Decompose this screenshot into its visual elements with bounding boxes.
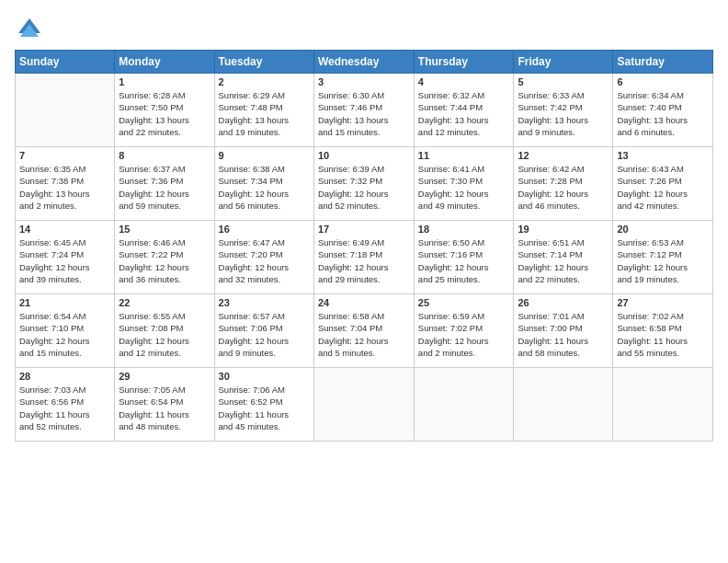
calendar-cell: 11Sunrise: 6:41 AMSunset: 7:30 PMDayligh…: [414, 147, 514, 221]
header-saturday: Saturday: [613, 51, 713, 74]
page: SundayMondayTuesdayWednesdayThursdayFrid…: [0, 0, 728, 563]
calendar-cell: 1Sunrise: 6:28 AMSunset: 7:50 PMDaylight…: [115, 74, 214, 147]
calendar-cell: 14Sunrise: 6:45 AMSunset: 7:24 PMDayligh…: [16, 221, 115, 294]
cell-text: Sunrise: 6:30 AMSunset: 7:46 PMDaylight:…: [318, 89, 410, 138]
cell-text: Sunrise: 7:03 AMSunset: 6:56 PMDaylight:…: [19, 384, 110, 432]
calendar-cell: 21Sunrise: 6:54 AMSunset: 7:10 PMDayligh…: [16, 294, 115, 368]
day-number: 1: [119, 76, 210, 87]
day-number: 25: [418, 297, 510, 308]
cell-text: Sunrise: 6:43 AMSunset: 7:26 PMDaylight:…: [617, 163, 709, 212]
calendar-cell: 15Sunrise: 6:46 AMSunset: 7:22 PMDayligh…: [115, 221, 214, 294]
week-row-3: 21Sunrise: 6:54 AMSunset: 7:10 PMDayligh…: [16, 294, 713, 368]
calendar-cell: [16, 74, 115, 147]
header-tuesday: Tuesday: [214, 51, 313, 74]
cell-text: Sunrise: 6:47 AMSunset: 7:20 PMDaylight:…: [219, 236, 310, 285]
calendar-cell: 7Sunrise: 6:35 AMSunset: 7:38 PMDaylight…: [16, 147, 115, 221]
cell-text: Sunrise: 6:53 AMSunset: 7:12 PMDaylight:…: [617, 236, 709, 285]
cell-text: Sunrise: 6:32 AMSunset: 7:44 PMDaylight:…: [418, 89, 510, 138]
cell-text: Sunrise: 6:55 AMSunset: 7:08 PMDaylight:…: [119, 310, 210, 359]
cell-text: Sunrise: 6:29 AMSunset: 7:48 PMDaylight:…: [219, 89, 310, 138]
calendar-cell: [613, 368, 713, 442]
calendar-cell: 28Sunrise: 7:03 AMSunset: 6:56 PMDayligh…: [16, 368, 115, 442]
cell-text: Sunrise: 6:51 AMSunset: 7:14 PMDaylight:…: [518, 236, 609, 285]
cell-text: Sunrise: 6:45 AMSunset: 7:24 PMDaylight:…: [19, 236, 110, 285]
day-number: 29: [119, 371, 210, 382]
header-friday: Friday: [514, 51, 613, 74]
week-row-1: 7Sunrise: 6:35 AMSunset: 7:38 PMDaylight…: [16, 147, 713, 221]
calendar-cell: 30Sunrise: 7:06 AMSunset: 6:52 PMDayligh…: [214, 368, 313, 442]
calendar-cell: 29Sunrise: 7:05 AMSunset: 6:54 PMDayligh…: [115, 368, 214, 442]
cell-text: Sunrise: 6:57 AMSunset: 7:06 PMDaylight:…: [219, 310, 310, 359]
calendar-cell: 25Sunrise: 6:59 AMSunset: 7:02 PMDayligh…: [414, 294, 514, 368]
day-number: 11: [418, 150, 510, 161]
week-row-4: 28Sunrise: 7:03 AMSunset: 6:56 PMDayligh…: [16, 368, 713, 442]
cell-text: Sunrise: 6:54 AMSunset: 7:10 PMDaylight:…: [19, 310, 110, 359]
calendar-cell: 8Sunrise: 6:37 AMSunset: 7:36 PMDaylight…: [115, 147, 214, 221]
day-number: 18: [418, 224, 510, 235]
calendar-cell: 13Sunrise: 6:43 AMSunset: 7:26 PMDayligh…: [613, 147, 713, 221]
cell-text: Sunrise: 6:28 AMSunset: 7:50 PMDaylight:…: [119, 89, 210, 138]
day-number: 23: [219, 297, 310, 308]
day-number: 8: [119, 150, 210, 161]
day-number: 17: [318, 224, 410, 235]
day-number: 7: [19, 150, 110, 161]
cell-text: Sunrise: 6:46 AMSunset: 7:22 PMDaylight:…: [119, 236, 210, 285]
day-number: 15: [119, 224, 210, 235]
calendar-cell: 20Sunrise: 6:53 AMSunset: 7:12 PMDayligh…: [613, 221, 713, 294]
calendar-header-row: SundayMondayTuesdayWednesdayThursdayFrid…: [16, 51, 713, 74]
cell-text: Sunrise: 7:01 AMSunset: 7:00 PMDaylight:…: [518, 310, 609, 359]
calendar-cell: 4Sunrise: 6:32 AMSunset: 7:44 PMDaylight…: [414, 74, 514, 147]
calendar-cell: 16Sunrise: 6:47 AMSunset: 7:20 PMDayligh…: [214, 221, 313, 294]
calendar-cell: 3Sunrise: 6:30 AMSunset: 7:46 PMDaylight…: [313, 74, 414, 147]
day-number: 4: [418, 76, 510, 87]
header: [15, 11, 713, 44]
cell-text: Sunrise: 6:34 AMSunset: 7:40 PMDaylight:…: [617, 89, 709, 138]
day-number: 14: [19, 224, 110, 235]
day-number: 16: [219, 224, 310, 235]
day-number: 24: [318, 297, 410, 308]
day-number: 12: [518, 150, 609, 161]
calendar-cell: [514, 368, 613, 442]
logo: [15, 15, 48, 44]
cell-text: Sunrise: 6:58 AMSunset: 7:04 PMDaylight:…: [318, 310, 410, 359]
calendar-cell: 5Sunrise: 6:33 AMSunset: 7:42 PMDaylight…: [514, 74, 613, 147]
day-number: 2: [219, 76, 310, 87]
cell-text: Sunrise: 6:33 AMSunset: 7:42 PMDaylight:…: [518, 89, 609, 138]
day-number: 27: [617, 297, 709, 308]
calendar-cell: 26Sunrise: 7:01 AMSunset: 7:00 PMDayligh…: [514, 294, 613, 368]
cell-text: Sunrise: 6:41 AMSunset: 7:30 PMDaylight:…: [418, 163, 510, 212]
cell-text: Sunrise: 6:50 AMSunset: 7:16 PMDaylight:…: [418, 236, 510, 285]
day-number: 5: [518, 76, 609, 87]
day-number: 10: [318, 150, 410, 161]
day-number: 22: [119, 297, 210, 308]
cell-text: Sunrise: 6:42 AMSunset: 7:28 PMDaylight:…: [518, 163, 609, 212]
cell-text: Sunrise: 6:49 AMSunset: 7:18 PMDaylight:…: [318, 236, 410, 285]
logo-icon: [15, 15, 44, 44]
calendar-cell: [414, 368, 514, 442]
calendar-cell: 24Sunrise: 6:58 AMSunset: 7:04 PMDayligh…: [313, 294, 414, 368]
cell-text: Sunrise: 6:39 AMSunset: 7:32 PMDaylight:…: [318, 163, 410, 212]
cell-text: Sunrise: 6:59 AMSunset: 7:02 PMDaylight:…: [418, 310, 510, 359]
calendar-cell: [313, 368, 414, 442]
calendar-cell: 18Sunrise: 6:50 AMSunset: 7:16 PMDayligh…: [414, 221, 514, 294]
calendar-cell: 19Sunrise: 6:51 AMSunset: 7:14 PMDayligh…: [514, 221, 613, 294]
cell-text: Sunrise: 6:35 AMSunset: 7:38 PMDaylight:…: [19, 163, 110, 212]
calendar-cell: 17Sunrise: 6:49 AMSunset: 7:18 PMDayligh…: [313, 221, 414, 294]
day-number: 6: [617, 76, 709, 87]
calendar-cell: 12Sunrise: 6:42 AMSunset: 7:28 PMDayligh…: [514, 147, 613, 221]
calendar-cell: 27Sunrise: 7:02 AMSunset: 6:58 PMDayligh…: [613, 294, 713, 368]
cell-text: Sunrise: 6:37 AMSunset: 7:36 PMDaylight:…: [119, 163, 210, 212]
header-thursday: Thursday: [414, 51, 514, 74]
cell-text: Sunrise: 7:06 AMSunset: 6:52 PMDaylight:…: [219, 384, 310, 432]
header-monday: Monday: [115, 51, 214, 74]
header-sunday: Sunday: [16, 51, 115, 74]
day-number: 9: [219, 150, 310, 161]
day-number: 20: [617, 224, 709, 235]
cell-text: Sunrise: 7:05 AMSunset: 6:54 PMDaylight:…: [119, 384, 210, 432]
calendar: SundayMondayTuesdayWednesdayThursdayFrid…: [15, 50, 713, 442]
day-number: 26: [518, 297, 609, 308]
header-wednesday: Wednesday: [313, 51, 414, 74]
day-number: 19: [518, 224, 609, 235]
calendar-cell: 23Sunrise: 6:57 AMSunset: 7:06 PMDayligh…: [214, 294, 313, 368]
week-row-2: 14Sunrise: 6:45 AMSunset: 7:24 PMDayligh…: [16, 221, 713, 294]
